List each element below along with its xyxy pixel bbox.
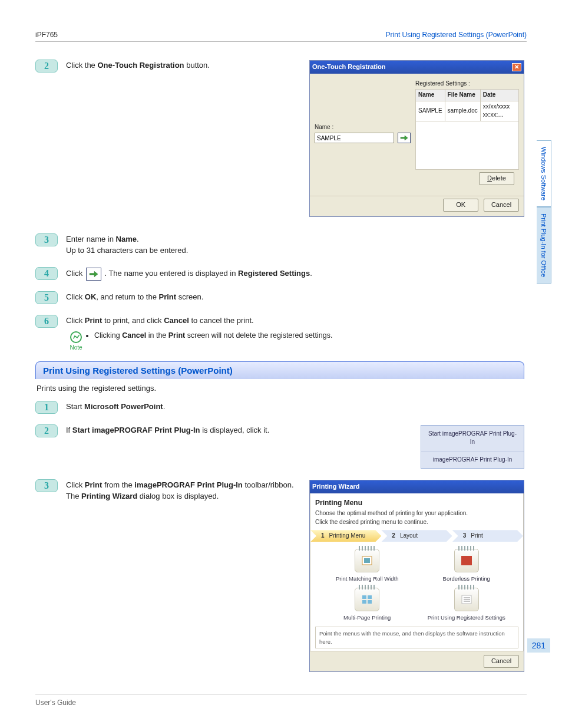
ok-button[interactable]: OK — [443, 199, 478, 212]
section-subtext: Prints using the registered settings. — [37, 384, 524, 393]
step-badge: 3 — [35, 233, 58, 246]
table-row[interactable]: SAMPLE sample.doc xx/xx/xxxx xx:xx:… — [416, 101, 519, 121]
notebook-icon — [454, 588, 479, 611]
breadcrumb-step-1: 1Printing Menu — [310, 530, 381, 542]
option-multi-page-printing[interactable]: Multi-Page Printing — [323, 588, 411, 622]
notebook-icon — [454, 549, 479, 572]
step-text: Start Microsoft PowerPoint. — [66, 401, 524, 413]
step-badge: 3 — [35, 479, 58, 492]
step-badge: 6 — [35, 315, 58, 328]
step-text: Click . The name you entered is displaye… — [66, 267, 524, 281]
arrow-right-icon[interactable] — [86, 268, 101, 281]
page-footer: User's Guide — [35, 694, 527, 707]
step-text: Click Print to print, and click Cancel t… — [66, 315, 524, 327]
dialog-title: One-Touch Registration — [312, 62, 385, 72]
side-tabs: Windows Software Print Plug-In for Offic… — [537, 140, 551, 284]
svg-rect-1 — [364, 558, 370, 563]
breadcrumb-step-3: 3Print — [452, 530, 523, 542]
breadcrumb-step-2: 2Layout — [381, 530, 452, 542]
name-input[interactable] — [315, 133, 394, 143]
option-print-matching-roll-width[interactable]: Print Matching Roll Width — [323, 549, 411, 583]
step-text: Start imagePROGRAF Print Plug-In imagePR… — [66, 424, 524, 469]
cancel-button[interactable]: Cancel — [484, 655, 519, 668]
col-filename: File Name — [445, 90, 480, 101]
plugin-label: imagePROGRAF Print Plug-In — [421, 451, 524, 469]
step-badge: 2 — [35, 424, 58, 437]
start-plugin-button[interactable]: Start imagePROGRAF Print Plug-In — [421, 426, 524, 451]
note-block: Note Clicking Cancel in the Print screen… — [66, 331, 524, 351]
page-number: 281 — [527, 638, 550, 653]
name-label: Name : — [315, 123, 412, 132]
arrow-right-icon[interactable] — [398, 133, 411, 143]
header-left: iPF765 — [35, 31, 58, 39]
close-icon[interactable]: ✕ — [512, 63, 521, 71]
registered-settings-table[interactable]: Name File Name Date SAMPLE sample.doc xx… — [415, 89, 519, 121]
col-name: Name — [416, 90, 445, 101]
wizard-heading: Printing Menu — [315, 498, 518, 508]
note-icon: Note — [66, 331, 86, 351]
option-print-using-registered-settings[interactable]: Print Using Registered Settings — [423, 588, 511, 622]
step-text: One-Touch Registration ✕ Name : — [66, 60, 524, 223]
svg-rect-6 — [368, 600, 372, 604]
tab-windows-software[interactable]: Windows Software — [537, 140, 551, 207]
svg-rect-4 — [368, 595, 372, 599]
printing-wizard-dialog: Printing Wizard Printing Menu Choose the… — [309, 480, 524, 672]
page-header: iPF765 Print Using Registered Settings (… — [35, 31, 527, 42]
svg-rect-5 — [362, 600, 366, 604]
step-text: Printing Wizard Printing Menu Choose the… — [66, 479, 524, 678]
wizard-hint: Point the menus with the mouse, and then… — [315, 627, 518, 649]
col-date: Date — [480, 90, 518, 101]
step-badge: 4 — [35, 267, 58, 280]
preview-placeholder — [315, 80, 412, 121]
tab-print-plugin-for-office[interactable]: Print Plug-In for Office — [537, 207, 551, 284]
plugin-toolbar-screenshot: Start imagePROGRAF Print Plug-In imagePR… — [421, 425, 524, 469]
step-badge: 2 — [35, 60, 58, 73]
notebook-icon — [355, 549, 379, 572]
dialog-title: Printing Wizard — [312, 482, 360, 492]
svg-rect-3 — [362, 595, 366, 599]
option-borderless-printing[interactable]: Borderless Printing — [423, 549, 511, 583]
svg-rect-2 — [461, 556, 472, 565]
step-text: Enter name in Name. Up to 31 characters … — [66, 233, 524, 256]
header-right-link[interactable]: Print Using Registered Settings (PowerPo… — [386, 31, 527, 39]
wizard-breadcrumb: 1Printing Menu 2Layout 3Print — [310, 530, 523, 542]
wizard-subtext: Click the desired printing menu to conti… — [315, 518, 518, 527]
step-badge: 5 — [35, 291, 58, 304]
one-touch-registration-dialog: One-Touch Registration ✕ Name : — [309, 60, 524, 217]
section-heading: Print Using Registered Settings (PowerPo… — [35, 361, 524, 379]
registered-settings-label: Registered Settings : — [415, 80, 519, 88]
step-text: Click OK, and return to the Print screen… — [66, 291, 524, 303]
delete-button[interactable]: Delete — [479, 172, 514, 185]
step-badge: 1 — [35, 401, 58, 414]
notebook-icon — [355, 588, 379, 611]
cancel-button[interactable]: Cancel — [484, 199, 519, 212]
wizard-subtext: Choose the optimal method of printing fo… — [315, 509, 518, 518]
